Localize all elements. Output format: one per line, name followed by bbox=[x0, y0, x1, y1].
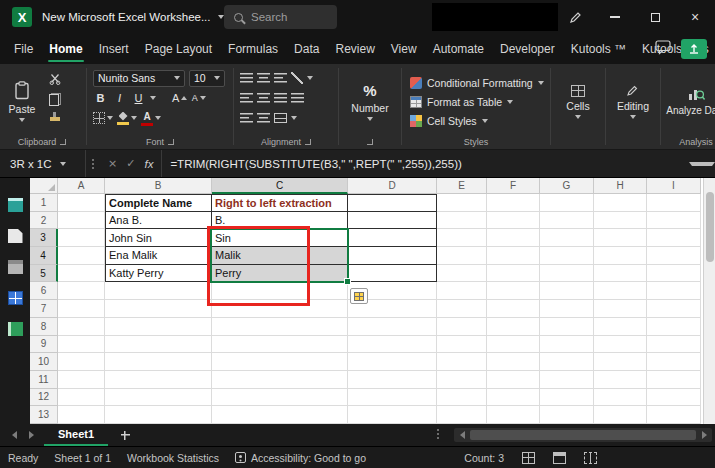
menu-tab-developer[interactable]: Developer bbox=[492, 34, 563, 64]
cell-E5[interactable] bbox=[437, 265, 487, 283]
cell-G7[interactable] bbox=[540, 300, 594, 318]
orientation-button[interactable] bbox=[291, 72, 303, 84]
align-bottom-button[interactable] bbox=[274, 73, 287, 83]
cell-H2[interactable] bbox=[594, 212, 647, 230]
align-top-button[interactable] bbox=[240, 73, 253, 83]
cell-F8[interactable] bbox=[487, 318, 540, 336]
previous-sheet-arrow-icon[interactable] bbox=[12, 431, 17, 439]
row-header-1[interactable]: 1 bbox=[30, 194, 58, 212]
cell-F6[interactable] bbox=[487, 282, 540, 300]
align-right-button[interactable] bbox=[274, 93, 287, 103]
select-all-button[interactable] bbox=[30, 178, 58, 194]
align-middle-button[interactable] bbox=[257, 73, 270, 83]
cell-H12[interactable] bbox=[594, 389, 647, 407]
analyze-data-button[interactable]: Analyze Data bbox=[666, 86, 715, 117]
sheet-tab-sheet1[interactable]: Sheet1 bbox=[44, 424, 108, 446]
menu-tab-home[interactable]: Home bbox=[41, 34, 90, 64]
underline-chevron-icon[interactable] bbox=[150, 96, 156, 100]
cell-B11[interactable] bbox=[105, 371, 212, 389]
pane-calendar-icon[interactable] bbox=[8, 198, 23, 212]
row-header-8[interactable]: 8 bbox=[30, 318, 58, 336]
insert-function-button[interactable]: fx bbox=[144, 158, 153, 170]
cell-A2[interactable] bbox=[58, 212, 105, 230]
row-header-7[interactable]: 7 bbox=[30, 300, 58, 318]
font-color-button[interactable]: A bbox=[141, 110, 161, 126]
minimize-button[interactable] bbox=[595, 0, 635, 34]
cell-A9[interactable] bbox=[58, 336, 105, 354]
fill-handle[interactable] bbox=[344, 278, 351, 285]
horizontal-scrollbar[interactable] bbox=[454, 428, 712, 442]
increase-indent-button[interactable] bbox=[257, 113, 270, 123]
cell-A11[interactable] bbox=[58, 371, 105, 389]
page-layout-view-button[interactable] bbox=[553, 452, 566, 464]
cell-A1[interactable] bbox=[58, 194, 105, 212]
cell-D9[interactable] bbox=[348, 336, 437, 354]
cell-E7[interactable] bbox=[437, 300, 487, 318]
cell-I10[interactable] bbox=[647, 353, 701, 371]
column-header-F[interactable]: F bbox=[487, 178, 540, 194]
decrease-indent-button[interactable] bbox=[240, 113, 253, 123]
column-header-G[interactable]: G bbox=[540, 178, 594, 194]
scroll-left-button[interactable] bbox=[454, 428, 470, 442]
cell-F2[interactable] bbox=[487, 212, 540, 230]
merge-chevron-icon[interactable] bbox=[291, 116, 297, 120]
align-center-button[interactable] bbox=[257, 93, 270, 103]
cut-button[interactable] bbox=[44, 71, 66, 87]
cell-I11[interactable] bbox=[647, 371, 701, 389]
formula-bar-expand-chevron-icon[interactable] bbox=[689, 162, 715, 166]
scroll-right-button[interactable] bbox=[696, 428, 712, 442]
cell-I4[interactable] bbox=[647, 247, 701, 265]
cell-A8[interactable] bbox=[58, 318, 105, 336]
column-header-I[interactable]: I bbox=[647, 178, 701, 194]
cell-F9[interactable] bbox=[487, 336, 540, 354]
cell-E8[interactable] bbox=[437, 318, 487, 336]
cell-I5[interactable] bbox=[647, 265, 701, 283]
cell-D12[interactable] bbox=[348, 389, 437, 407]
draw-ink-button[interactable] bbox=[566, 8, 586, 26]
pane-workbook-icon[interactable] bbox=[8, 322, 23, 336]
cell-C1[interactable]: Right to left extraction bbox=[212, 194, 348, 212]
paste-button[interactable]: Paste bbox=[0, 68, 44, 135]
cell-G2[interactable] bbox=[540, 212, 594, 230]
bold-button[interactable]: B bbox=[93, 90, 108, 106]
cell-G4[interactable] bbox=[540, 247, 594, 265]
cell-A5[interactable] bbox=[58, 265, 105, 283]
cell-E1[interactable] bbox=[437, 194, 487, 212]
row-header-12[interactable]: 12 bbox=[30, 389, 58, 407]
cell-A3[interactable] bbox=[58, 229, 105, 247]
format-painter-button[interactable] bbox=[44, 111, 66, 127]
cell-I13[interactable] bbox=[647, 406, 701, 424]
cell-D5[interactable] bbox=[348, 265, 437, 283]
cell-H7[interactable] bbox=[594, 300, 647, 318]
horizontal-scrollbar-thumb[interactable] bbox=[470, 430, 696, 440]
cell-G10[interactable] bbox=[540, 353, 594, 371]
row-header-10[interactable]: 10 bbox=[30, 353, 58, 371]
cell-B12[interactable] bbox=[105, 389, 212, 407]
cell-styles-button[interactable]: Cell Styles bbox=[404, 111, 548, 130]
cell-B13[interactable] bbox=[105, 406, 212, 424]
cell-I2[interactable] bbox=[647, 212, 701, 230]
maximize-button[interactable] bbox=[635, 0, 675, 34]
cell-F10[interactable] bbox=[487, 353, 540, 371]
cell-H8[interactable] bbox=[594, 318, 647, 336]
pane-document-icon[interactable] bbox=[8, 229, 23, 243]
cell-E6[interactable] bbox=[437, 282, 487, 300]
cell-D13[interactable] bbox=[348, 406, 437, 424]
cell-D10[interactable] bbox=[348, 353, 437, 371]
cell-I12[interactable] bbox=[647, 389, 701, 407]
cancel-button[interactable]: × bbox=[108, 157, 117, 170]
formula-bar-drag-dots-icon[interactable] bbox=[86, 159, 100, 169]
cell-G8[interactable] bbox=[540, 318, 594, 336]
alignment-dialog-launcher-icon[interactable] bbox=[305, 139, 311, 145]
cell-B6[interactable] bbox=[105, 282, 212, 300]
cell-C12[interactable] bbox=[212, 389, 348, 407]
row-header-3[interactable]: 3 bbox=[30, 229, 58, 247]
column-header-A[interactable]: A bbox=[58, 178, 105, 194]
cell-D4[interactable] bbox=[348, 247, 437, 265]
menu-tab-data[interactable]: Data bbox=[286, 34, 327, 64]
new-sheet-button[interactable] bbox=[114, 424, 136, 446]
borders-button[interactable] bbox=[93, 110, 113, 126]
cell-C11[interactable] bbox=[212, 371, 348, 389]
cell-B3[interactable]: John Sin bbox=[105, 229, 212, 247]
cell-A4[interactable] bbox=[58, 247, 105, 265]
